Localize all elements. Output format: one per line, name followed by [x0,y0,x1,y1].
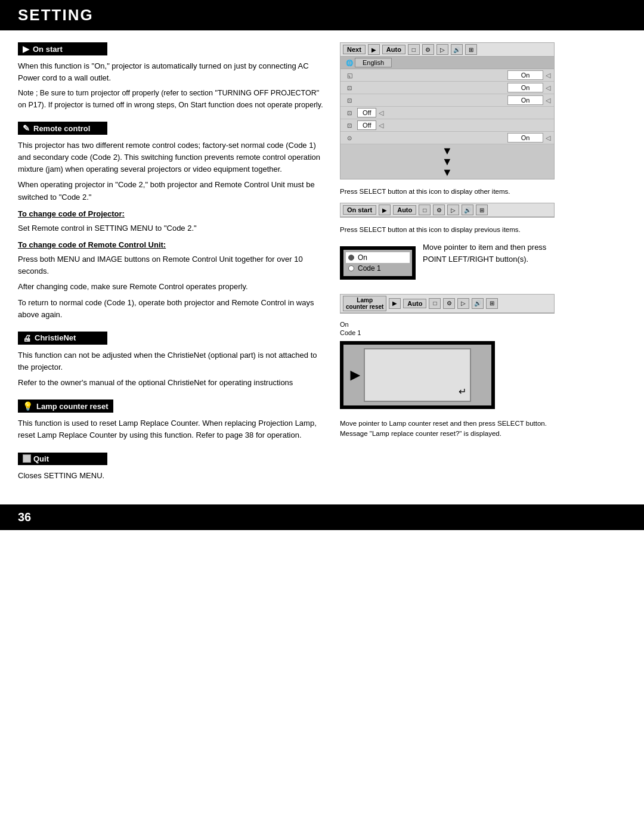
tb-icon-onstart-5: 🔊 [462,205,473,215]
row-icon-1: ◱ [344,70,355,80]
lamp-counter-section: 💡 Lamp counter reset This function is us… [18,400,328,441]
on-start-para1: When this function is "On," projector is… [18,60,328,84]
code-selector-area: On Code 1 Move pointer to item and then … [340,241,555,284]
down-arrows: ▼▼▼ [340,144,554,179]
tb-icon-lamp-2: □ [429,298,441,309]
ui-row-6: ⊙ On ◁ [340,132,554,144]
row-icon-5: ⊡ [344,120,355,130]
row-arrow-4: ◁ [379,109,383,117]
english-row: 🌐 English [340,57,554,69]
tb-icon-lamp-5: 🔊 [472,298,484,309]
christienet-icon: 🖨 [23,333,31,343]
christienet-para2: Refer to the owner's manual of the optio… [18,377,328,389]
toolbar-icon-3: ⚙ [422,44,434,55]
ui-toolbar-top: Next ▶ Auto □ ⚙ ▷ 🔊 ⊞ [340,43,554,57]
remote-sub1-text: Set Remote control in SETTING MENU to "C… [18,222,328,234]
tb-icon-onstart-4: ▷ [447,205,459,215]
toolbar-icon-5: 🔊 [451,44,463,55]
ui-row-2: ⊡ On ◁ [340,82,554,94]
lamp-counter-title: 💡 Lamp counter reset [18,400,113,413]
ui-panel-lamp: Lampcounter reset ▶ Auto □ ⚙ ▷ 🔊 ⊞ [340,294,555,314]
code-row-code1: Code 1 [346,263,410,274]
remote-sub2: To change code of Remote Control Unit: [18,239,328,251]
ui-row-4: ⊡ Off ◁ [340,107,554,119]
row-val-2: On [507,83,543,92]
lamp-select-arrow: ► [347,366,364,385]
toolbar-icon-2: □ [408,44,420,55]
ui-panel-onstart: On start ▶ Auto □ ⚙ ▷ 🔊 ⊞ [340,203,555,218]
tb-icon-lamp-4: ▷ [457,298,469,309]
right-column: Next ▶ Auto □ ⚙ ▷ 🔊 ⊞ 🌐 English ◱ On ◁ [340,42,555,493]
tb-icon-onstart-3: ⚙ [433,205,445,215]
code-row-on: On [346,252,410,263]
on-start-icon: ▶ [23,44,29,54]
code-dot-on [348,255,354,261]
globe-icon: 🌐 [344,58,355,67]
code-panel: On Code 1 [340,246,416,280]
code-label: Code 1 [358,264,381,272]
quit-para1: Closes SETTING MENU. [18,470,328,482]
remote-para3: After changing code, make sure Remote Co… [18,281,328,293]
row-val-3: On [507,95,543,105]
lamp-panel: ► ↵ [340,341,495,409]
row-icon-3: ⊡ [344,95,355,105]
ui-row-3: ⊡ On ◁ [340,94,554,107]
lamp-counter-para1: This function is used to reset Lamp Repl… [18,417,328,441]
tb-icon-lamp-1: ▶ [389,298,401,309]
ui-toolbar-lamp: Lampcounter reset ▶ Auto □ ⚙ ▷ 🔊 ⊞ [340,295,554,313]
remote-para2: When operating projector in "Code 2," bo… [18,179,328,203]
auto-btn-onstart[interactable]: Auto [393,205,416,215]
row-val-6: On [507,133,543,143]
quit-title: Quit [18,453,107,465]
row-icon-4: ⊡ [344,108,355,117]
row-val-5: Off [357,120,376,130]
lamp-on-label: On [340,321,477,328]
on-start-section: ▶ On start When this function is "On," p… [18,42,328,111]
row-arrow-3: ◁ [546,97,550,104]
lamp-annotation: Move pointer to Lamp counter reset and t… [340,419,555,439]
remote-sub2-text: Press both MENU and IMAGE buttons on Rem… [18,253,328,277]
next-button[interactable]: Next [343,45,366,54]
on-start-tb-label[interactable]: On start [343,205,376,215]
auto-btn-lamp[interactable]: Auto [403,299,426,308]
lamp-panel-inner: ► ↵ [343,345,491,405]
toolbar-icon-1: ▶ [368,44,380,55]
row-val-1: On [507,70,543,80]
lamp-inner-box: ► ↵ [364,348,471,402]
remote-control-title: ✎ Remote control [18,122,107,135]
annotation-code: Move pointer to item and then press POIN… [423,241,555,265]
on-start-title: ▶ On start [18,42,107,55]
remote-icon: ✎ [23,123,30,133]
code-panel-inner: On Code 1 [343,250,412,276]
row-arrow-1: ◁ [546,72,550,79]
toolbar-icon-4: ▷ [436,44,448,55]
row-icon-2: ⊡ [344,83,355,92]
tb-icon-lamp-3: ⚙ [443,298,455,309]
row-arrow-2: ◁ [546,84,550,92]
christienet-section: 🖨 ChristieNet This function can not be a… [18,332,328,389]
quit-section: Quit Closes SETTING MENU. [18,453,328,482]
lamp-diagram-area: On Code 1 ► ↵ [340,321,555,414]
page-number: 36 [18,510,31,524]
tb-icon-lamp-6: ⊞ [486,298,498,309]
row-icon-6: ⊙ [344,133,355,143]
ui-row-1: ◱ On ◁ [340,69,554,82]
row-val-4: Off [357,108,376,117]
left-column: ▶ On start When this function is "On," p… [18,42,328,493]
on-start-note: Note ; Be sure to turn projector off pro… [18,88,328,111]
auto-button[interactable]: Auto [382,45,405,54]
christienet-title: 🖨 ChristieNet [18,332,107,345]
ui-toolbar-onstart: On start ▶ Auto □ ⚙ ▷ 🔊 ⊞ [340,203,554,217]
page-title: SETTING [18,6,94,24]
remote-para4: To return to normal code (Code 1), opera… [18,297,328,321]
quit-icon [23,454,31,463]
ui-row-5: ⊡ Off ◁ [340,119,554,132]
remote-para1: This projector has two different remote … [18,140,328,175]
tb-icon-onstart-2: □ [419,205,431,215]
remote-sub1: To change code of Projector: [18,208,328,220]
row-arrow-6: ◁ [546,134,550,142]
english-value[interactable]: English [355,58,392,67]
page-header: SETTING [0,0,644,30]
remote-control-section: ✎ Remote control This projector has two … [18,122,328,321]
tb-icon-onstart-6: ⊞ [476,205,488,215]
